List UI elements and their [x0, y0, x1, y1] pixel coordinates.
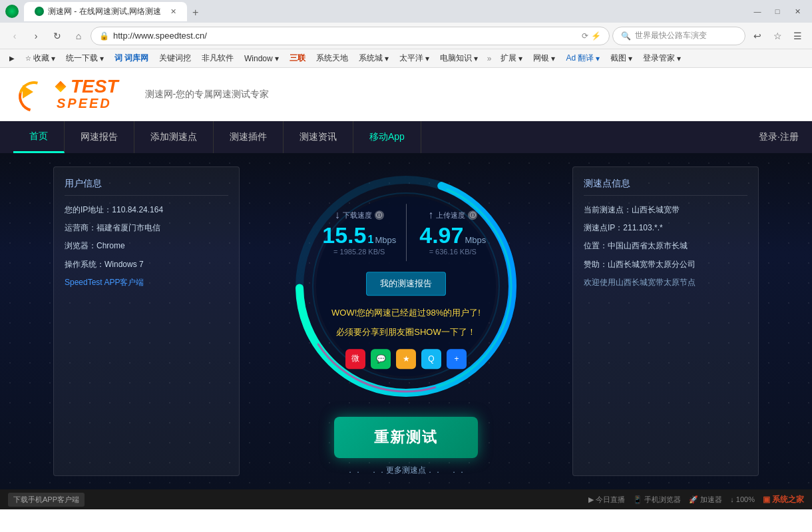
bookmark-login[interactable]: 登录管家 ▾ — [639, 51, 685, 65]
share-star-button[interactable]: ★ — [396, 349, 416, 369]
user-ip-item: 您的IP地址：110.84.24.164 — [65, 204, 228, 216]
corner-logo-area: ▣ 系统之家 — [763, 494, 804, 505]
bookmark-favorites[interactable]: ▶ — [5, 53, 19, 63]
upload-kbs: = 636.16 KB/S — [429, 248, 477, 256]
logo-area: TEST SPEED 测速网-您的专属网速测试专家 — [13, 76, 269, 113]
share-wechat-button[interactable]: 💬 — [371, 349, 391, 369]
minimize-button[interactable]: — — [748, 4, 767, 19]
wow-text-1: WOW!您的网速已经超过98%的用户了! — [331, 306, 481, 320]
nav-plugin[interactable]: 测速插件 — [214, 121, 284, 153]
address-bar[interactable]: 🔒 http://www.speedtest.cn/ ⟳ ⚡ — [91, 27, 610, 45]
bottom-bar: 下载手机APP客户端 ▶ 今日直播 📱 手机浏览器 🚀 加速器 ↓ 100% — [0, 489, 812, 509]
home-button[interactable]: ⌂ — [69, 27, 88, 45]
speedup-icon: 🚀 — [689, 495, 698, 504]
corner-logo-name: 系统之家 — [772, 494, 804, 505]
user-info-box: 用户信息 您的IP地址：110.84.24.164 运营商：福建省厦门市电信 浏… — [53, 166, 240, 476]
forward-button[interactable]: › — [27, 27, 45, 45]
node-current-item: 当前测速点：山西长城宽带 — [584, 204, 747, 216]
speed-up-button[interactable]: 🚀 加速器 — [689, 495, 722, 505]
refresh-icon: ⟳ — [582, 31, 588, 41]
tab-close-button[interactable]: ✕ — [170, 7, 176, 16]
page-content: TEST SPEED 测速网-您的专属网速测试专家 首页 网速报告 添加测速点 … — [0, 68, 812, 532]
upload-info-icon[interactable]: ⓘ — [468, 210, 477, 220]
gauge-container: ↓ 下载速度 ⓘ 15.5 1 Mbps = 19 — [253, 166, 559, 476]
bookmark-extend[interactable]: 扩展 ▾ — [497, 51, 526, 65]
bookmark-systiandi[interactable]: 系统天地 — [312, 51, 352, 65]
lightning-icon: ⚡ — [591, 31, 601, 41]
node-welcome-item: 欢迎使用山西长城宽带太原节点 — [584, 276, 747, 289]
more-button[interactable]: ☰ — [788, 27, 807, 45]
bookmark-tpy[interactable]: 太平洋 ▾ — [395, 51, 433, 65]
close-button[interactable]: ✕ — [788, 4, 807, 19]
bookmark-diannao[interactable]: 电脑知识 ▾ — [436, 51, 482, 65]
bookmark-screenshot[interactable]: 截图 ▾ — [606, 51, 636, 65]
upload-label: ↑ 上传速度 ⓘ — [428, 209, 477, 221]
bookmark-collect[interactable]: ☆ 收藏 ▾ — [21, 51, 59, 65]
mobile-icon: 📱 — [633, 495, 642, 504]
nav-home[interactable]: 首页 — [13, 121, 65, 153]
nav-report[interactable]: 网速报告 — [65, 121, 134, 153]
logo-shape-icon — [13, 76, 50, 113]
user-browser-item: 浏览器：Chrome — [65, 240, 228, 252]
more-nodes-button[interactable]: ．．．．更多测速点．．．． — [342, 465, 470, 476]
download-info-icon[interactable]: ⓘ — [375, 210, 384, 220]
bookmark-translate[interactable]: Ad 翻译 ▾ — [562, 51, 604, 65]
toolbar-right: ↩ ☆ ☰ — [748, 27, 807, 45]
new-tab-button[interactable]: + — [187, 4, 204, 21]
mobile-browser-button[interactable]: 📱 手机浏览器 — [633, 495, 681, 505]
browser-toolbar: ‹ › ↻ ⌂ 🔒 http://www.speedtest.cn/ ⟳ ⚡ 🔍… — [0, 23, 812, 49]
speedtest-container: 用户信息 您的IP地址：110.84.24.164 运营商：福建省厦门市电信 浏… — [53, 166, 759, 476]
share-plus-button[interactable]: + — [447, 349, 467, 369]
active-tab[interactable]: 测速网 - 在线网速测试,网络测速 ✕ — [24, 2, 187, 21]
logo-text: TEST SPEED — [57, 77, 118, 111]
maximize-button[interactable]: □ — [768, 4, 787, 19]
bookmark-button[interactable]: ☆ — [768, 27, 787, 45]
bookmark-sanlian[interactable]: 三联 — [286, 51, 309, 65]
node-sponsor-item: 赞助：山西长城宽带太原分公司 — [584, 258, 747, 271]
download-speed-col: ↓ 下载速度 ⓘ 15.5 1 Mbps = 19 — [313, 204, 406, 261]
history-back-button[interactable]: ↩ — [748, 27, 767, 45]
bookmark-download[interactable]: 统一下载 ▾ — [62, 51, 108, 65]
user-app-item: SpeedTest APP客户端 — [65, 276, 228, 289]
nav-news[interactable]: 测速资讯 — [284, 121, 353, 153]
tab-favicon-icon — [35, 7, 44, 16]
gauge-wrapper: ↓ 下载速度 ⓘ 15.5 1 Mbps = 19 — [286, 166, 526, 406]
bookmark-nonfan[interactable]: 非凡软件 — [198, 51, 238, 65]
site-header: TEST SPEED 测速网-您的专属网速测试专家 — [0, 68, 812, 121]
node-info-box: 测速点信息 当前测速点：山西长城宽带 测速点IP：211.103.*.* 位置：… — [572, 166, 759, 476]
live-button[interactable]: ▶ 今日直播 — [588, 495, 625, 505]
title-bar: 测速网 - 在线网速测试,网络测速 ✕ + — □ ✕ — [0, 0, 812, 23]
node-info-title: 测速点信息 — [584, 178, 747, 196]
download-label: ↓ 下载速度 ⓘ — [335, 209, 384, 221]
bookmark-syscity[interactable]: 系统城 ▾ — [355, 51, 393, 65]
bookmark-window[interactable]: Window ▾ — [240, 53, 283, 65]
share-qq-button[interactable]: Q — [421, 349, 441, 369]
tab-area: 测速网 - 在线网速测试,网络测速 ✕ + — [24, 2, 743, 21]
user-info-title: 用户信息 — [65, 178, 228, 196]
logo-test-text: TEST — [57, 77, 118, 96]
share-weibo-button[interactable]: 微 — [345, 349, 365, 369]
wow-text-2: 必须要分享到朋友圈SHOW一下了！ — [336, 326, 475, 340]
nav-add-node[interactable]: 添加测速点 — [134, 121, 214, 153]
back-button[interactable]: ‹ — [5, 27, 24, 45]
refresh-button[interactable]: ↻ — [48, 27, 67, 45]
nav-mobile-app[interactable]: 移动App — [353, 121, 421, 153]
header-slogan: 测速网-您的专属网速测试专家 — [145, 89, 270, 101]
download-app-label[interactable]: 下载手机APP客户端 — [8, 493, 85, 507]
speedtest-background: 用户信息 您的IP地址：110.84.24.164 运营商：福建省厦门市电信 浏… — [0, 153, 812, 489]
node-ip-item: 测速点IP：211.103.*.* — [584, 222, 747, 234]
speed-row: ↓ 下载速度 ⓘ 15.5 1 Mbps = 19 — [313, 204, 499, 261]
user-isp-item: 运营商：福建省厦门市电信 — [65, 222, 228, 234]
retest-button[interactable]: 重新测试 — [334, 417, 478, 458]
bookmark-bank[interactable]: 网银 ▾ — [529, 51, 559, 65]
download-kbs: = 1985.28 KB/S — [333, 248, 385, 256]
search-bar[interactable]: 🔍 世界最快公路车演变 — [612, 27, 745, 45]
speed-display: ↓ 下载速度 ⓘ 15.5 1 Mbps = 19 — [313, 204, 499, 369]
play-icon: ▶ — [588, 495, 594, 504]
upload-arrow-icon: ↑ — [428, 209, 433, 221]
my-report-button[interactable]: 我的测速报告 — [366, 272, 446, 296]
login-button[interactable]: 登录·注册 — [759, 131, 799, 143]
bookmark-dict[interactable]: 词 词库网 — [110, 51, 152, 65]
nav-login-area: 登录·注册 — [759, 131, 799, 143]
bookmark-keyword[interactable]: 关键词挖 — [155, 51, 195, 65]
